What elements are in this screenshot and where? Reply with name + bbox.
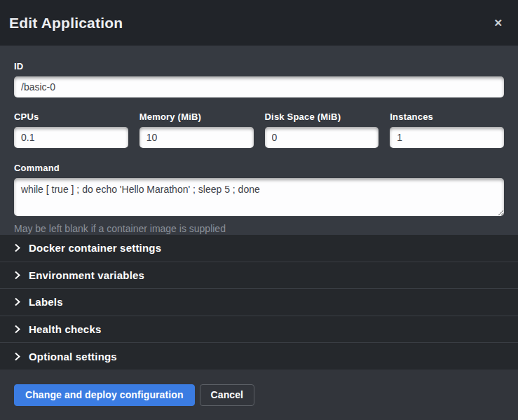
command-help-text: May be left blank if a container image i…	[14, 223, 504, 234]
chevron-right-icon	[14, 297, 20, 306]
accordion-sections: Docker container settings Environment va…	[0, 235, 518, 370]
command-textarea[interactable]: while [ true ] ; do echo 'Hello Marathon…	[14, 178, 504, 216]
command-label: Command	[14, 163, 504, 173]
application-form: ID CPUs Memory (MiB) Disk Space (MiB) In…	[0, 46, 518, 235]
instances-input[interactable]	[390, 127, 504, 148]
instances-field-group: Instances	[390, 111, 504, 148]
command-field-group: Command while [ true ] ; do echo 'Hello …	[14, 163, 504, 234]
change-and-deploy-button[interactable]: Change and deploy configuration	[14, 384, 195, 406]
memory-input[interactable]	[139, 127, 254, 148]
modal-header: Edit Application ✕	[0, 0, 518, 46]
memory-label: Memory (MiB)	[139, 111, 254, 122]
memory-field-group: Memory (MiB)	[139, 111, 254, 148]
chevron-right-icon	[14, 243, 20, 252]
disk-input[interactable]	[265, 127, 379, 148]
cancel-button[interactable]: Cancel	[200, 384, 255, 406]
instances-label: Instances	[390, 111, 504, 122]
cpus-field-group: CPUs	[14, 111, 128, 148]
section-label: Health checks	[29, 323, 101, 335]
edit-application-modal: Edit Application ✕ ID CPUs Memory (MiB) …	[0, 0, 518, 420]
id-label: ID	[14, 61, 504, 72]
id-input[interactable]	[14, 76, 504, 97]
resources-row: CPUs Memory (MiB) Disk Space (MiB) Insta…	[14, 111, 504, 148]
section-label: Environment variables	[29, 269, 144, 281]
section-label: Optional settings	[29, 351, 117, 363]
section-optional-settings[interactable]: Optional settings	[0, 343, 518, 370]
disk-field-group: Disk Space (MiB)	[265, 111, 379, 148]
disk-label: Disk Space (MiB)	[265, 111, 379, 122]
chevron-right-icon	[14, 271, 20, 280]
chevron-right-icon	[14, 352, 20, 361]
modal-title: Edit Application	[9, 15, 123, 32]
section-labels[interactable]: Labels	[0, 289, 518, 316]
section-health-checks[interactable]: Health checks	[0, 316, 518, 344]
section-docker-container-settings[interactable]: Docker container settings	[0, 235, 518, 262]
cpus-label: CPUs	[14, 111, 128, 122]
cpus-input[interactable]	[14, 127, 128, 148]
section-label: Labels	[29, 296, 63, 308]
chevron-right-icon	[14, 325, 20, 334]
section-environment-variables[interactable]: Environment variables	[0, 262, 518, 290]
close-icon[interactable]: ✕	[489, 15, 507, 31]
id-field-group: ID	[14, 61, 504, 97]
modal-footer: Change and deploy configuration Cancel	[0, 370, 518, 420]
section-label: Docker container settings	[29, 242, 161, 254]
